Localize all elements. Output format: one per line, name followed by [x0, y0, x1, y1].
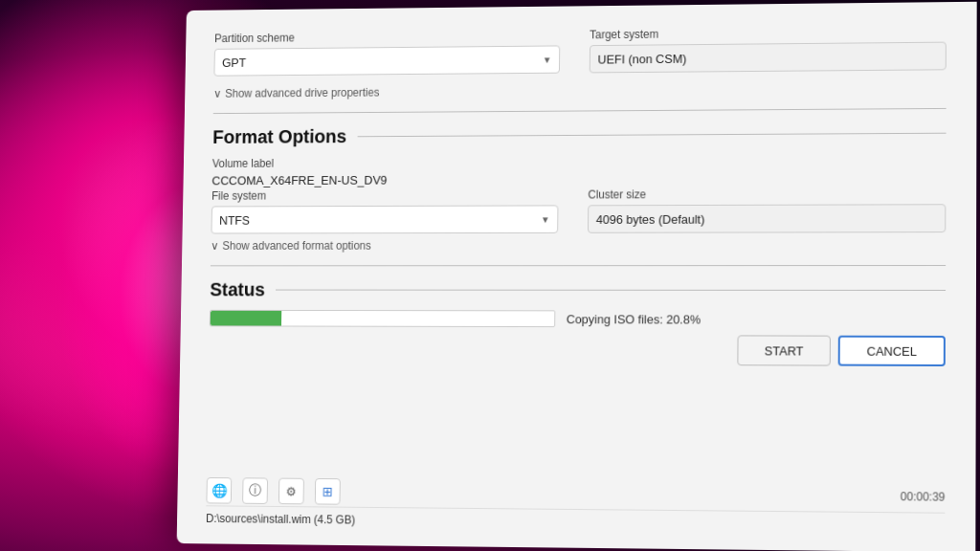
target-system-value: UEFI (non CSM)	[590, 42, 947, 74]
cancel-button[interactable]: CANCEL	[838, 336, 946, 366]
show-advanced-format-label: Show advanced format options	[222, 239, 371, 253]
progress-bar-fill	[211, 311, 281, 326]
cluster-size-group: Cluster size 4096 bytes (Default)	[588, 187, 946, 232]
chevron-down-format-icon: ∨	[211, 239, 219, 253]
timer-display: 00:00:39	[901, 490, 946, 504]
volume-label-value: CCCOMA_X64FRE_EN-US_DV9	[212, 170, 946, 187]
progress-bar-background	[210, 310, 556, 327]
status-title: Status	[210, 279, 946, 301]
file-system-value: NTFS	[219, 213, 250, 228]
target-system-group: Target system UEFI (non CSM)	[590, 25, 947, 74]
globe-icon: 🌐	[212, 483, 227, 498]
grid-icon: ⊞	[323, 484, 334, 499]
volume-label-label: Volume label	[212, 154, 947, 170]
file-system-label: File system	[212, 188, 559, 203]
bottom-row: 🌐 ⓘ ⚙ ⊞ 00:00:39	[206, 470, 945, 511]
partition-scheme-chevron-icon: ▼	[543, 55, 552, 65]
show-advanced-drive[interactable]: ∨ Show advanced drive properties	[213, 81, 947, 99]
format-options-section: Format Options Volume label CCCOMA_X64FR…	[211, 122, 947, 258]
partition-scheme-group: Partition scheme GPT ▼	[213, 29, 560, 77]
button-row: START CANCEL	[209, 334, 946, 366]
file-system-select[interactable]: NTFS ▼	[211, 205, 558, 233]
partition-scheme-select[interactable]: GPT ▼	[213, 45, 560, 76]
divider-1	[213, 108, 947, 114]
partition-target-row: Partition scheme GPT ▼ Target system UEF…	[213, 25, 946, 77]
format-title-line	[357, 133, 946, 138]
chevron-down-icon: ∨	[213, 87, 222, 100]
footer-path: D:\sources\install.wim (4.5 GB)	[206, 505, 945, 537]
globe-icon-button[interactable]: 🌐	[206, 477, 232, 504]
info-icon: ⓘ	[249, 482, 262, 499]
show-advanced-format[interactable]: ∨ Show advanced format options	[211, 238, 946, 253]
cluster-size-label: Cluster size	[588, 187, 946, 201]
rufus-dialog: Partition scheme GPT ▼ Target system UEF…	[177, 2, 977, 551]
status-section: Status Copying ISO files: 20.8% START CA…	[209, 279, 946, 366]
show-advanced-drive-label: Show advanced drive properties	[225, 86, 379, 100]
partition-scheme-label: Partition scheme	[214, 29, 560, 45]
partition-scheme-value: GPT	[222, 55, 246, 70]
cluster-size-value: 4096 bytes (Default)	[588, 204, 946, 233]
file-system-chevron-icon: ▼	[541, 214, 550, 225]
settings-icon-button[interactable]: ⚙	[278, 478, 304, 505]
format-options-title: Format Options	[212, 122, 947, 148]
progress-text: Copying ISO files: 20.8%	[567, 312, 701, 326]
divider-2	[211, 265, 946, 266]
target-system-label: Target system	[590, 25, 947, 41]
start-button[interactable]: START	[737, 335, 831, 365]
progress-row: Copying ISO files: 20.8%	[210, 310, 946, 328]
grid-icon-button[interactable]: ⊞	[315, 478, 341, 505]
status-title-line	[276, 290, 946, 291]
info-icon-button[interactable]: ⓘ	[242, 477, 268, 504]
icon-bar: 🌐 ⓘ ⚙ ⊞	[206, 477, 340, 505]
format-row: File system NTFS ▼ Cluster size 4096 byt…	[211, 187, 946, 233]
file-system-group: File system NTFS ▼	[211, 188, 558, 234]
settings-icon: ⚙	[286, 484, 298, 498]
